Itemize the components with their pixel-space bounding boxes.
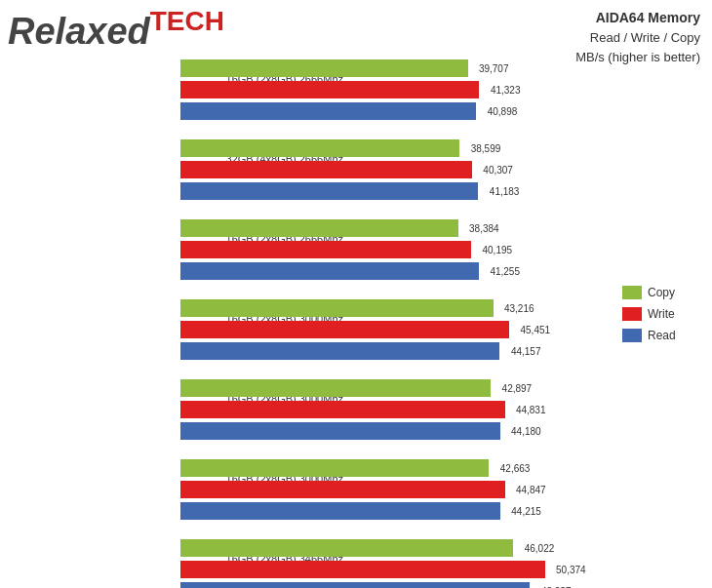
- bar-green: 38,599: [180, 139, 459, 157]
- bar-group: Ballistix Elite16GB (2x8GB) 3000Mhz43,21…: [180, 298, 614, 372]
- bar-value-label: 45,451: [520, 325, 550, 335]
- bar-row: 48,337: [180, 581, 614, 588]
- bar-group: Patriot Viper LED16GB (2x8GB) 3000Mhz42,…: [180, 458, 614, 532]
- bar-value-label: 44,180: [511, 426, 541, 437]
- bar-row: 42,897: [180, 378, 614, 398]
- bar-row: 44,831: [180, 400, 614, 419]
- bar-row: 42,663: [180, 458, 614, 478]
- bar-blue: 44,180: [180, 422, 500, 440]
- legend: Copy Write Read: [614, 59, 702, 549]
- bar-group: Ballistix Elite16GB (2x8GB) 3466Mhz46,02…: [180, 538, 614, 588]
- bar-green: 38,384: [180, 219, 458, 237]
- bar-row: 39,707: [180, 59, 614, 78]
- bar-value-label: 43,216: [504, 303, 534, 314]
- chart-main: Kingston HyperX Savage16GB (2x8GB) 2666M…: [10, 59, 614, 549]
- legend-box-copy: [622, 286, 642, 299]
- bar-group: Corsair Vengeance LPX16GB (2x8GB) 3000Mh…: [180, 378, 614, 452]
- bar-value-label: 44,215: [511, 506, 541, 517]
- legend-box-write: [622, 307, 642, 321]
- bar-value-label: 40,307: [483, 165, 513, 176]
- bar-green: 46,022: [180, 539, 513, 557]
- bar-row: 40,307: [180, 160, 614, 179]
- bar-value-label: 38,599: [471, 143, 501, 154]
- legend-item-write: Write: [622, 307, 702, 321]
- bar-value-label: 50,374: [556, 565, 586, 575]
- bar-red: 40,195: [180, 241, 471, 258]
- bar-blue: 44,157: [180, 342, 499, 360]
- page-container: RelaxedTECH AIDA64 Memory Read / Write /…: [0, 0, 712, 588]
- bar-row: 50,374: [180, 560, 614, 579]
- bar-row: 46,022: [180, 538, 614, 558]
- bar-green: 42,897: [180, 379, 491, 397]
- logo: RelaxedTECH: [8, 8, 224, 50]
- bar-green: 43,216: [180, 299, 494, 317]
- bar-value-label: 41,255: [490, 266, 520, 277]
- bar-value-label: 39,707: [479, 63, 509, 74]
- bar-value-label: 41,323: [491, 85, 521, 96]
- bar-red: 40,307: [180, 161, 472, 178]
- bar-value-label: 44,831: [516, 405, 546, 415]
- bar-row: 44,847: [180, 480, 614, 499]
- bar-blue: 48,337: [180, 582, 530, 588]
- bar-row: 38,599: [180, 138, 614, 158]
- bar-blue: 40,898: [180, 102, 476, 120]
- bar-red: 45,451: [180, 321, 509, 338]
- chart-title: AIDA64 Memory Read / Write / Copy MB/s (…: [575, 8, 700, 66]
- logo-tech: TECH: [150, 6, 224, 36]
- bar-value-label: 44,847: [516, 485, 546, 495]
- bar-value-label: 42,897: [502, 383, 533, 394]
- legend-label-write: Write: [648, 307, 675, 321]
- bar-row: 41,183: [180, 181, 614, 201]
- bar-row: 44,157: [180, 341, 614, 361]
- bars-section: Kingston HyperX Savage16GB (2x8GB) 2666M…: [10, 59, 614, 588]
- bar-group: Kingston HyperX Savage16GB (2x8GB) 2666M…: [180, 59, 614, 133]
- bar-row: 44,180: [180, 421, 614, 441]
- bar-group: Ballistix Tactical16GB (2x8GB) 2666Mhz38…: [180, 218, 614, 293]
- header: RelaxedTECH AIDA64 Memory Read / Write /…: [0, 0, 712, 59]
- bar-red: 44,847: [180, 481, 505, 498]
- bar-row: 38,384: [180, 218, 614, 238]
- bar-red: 50,374: [180, 561, 545, 578]
- bar-value-label: 38,384: [469, 223, 499, 234]
- legend-label-copy: Copy: [648, 286, 675, 299]
- chart-title-main: AIDA64 Memory: [575, 8, 700, 28]
- bar-blue: 44,215: [180, 502, 500, 520]
- bar-row: 41,255: [180, 261, 614, 281]
- bar-green: 39,707: [180, 59, 468, 77]
- chart-area: Kingston HyperX Savage16GB (2x8GB) 2666M…: [0, 59, 712, 549]
- bar-blue: 41,255: [180, 262, 479, 280]
- bar-row: 43,216: [180, 298, 614, 318]
- bar-red: 44,831: [180, 401, 505, 418]
- bar-red: 41,323: [180, 81, 479, 98]
- bar-value-label: 40,898: [488, 106, 518, 117]
- chart-title-sub1: Read / Write / Copy: [575, 28, 700, 48]
- bar-value-label: 46,022: [525, 543, 555, 554]
- legend-item-copy: Copy: [622, 286, 702, 299]
- bar-row: 44,215: [180, 501, 614, 521]
- bar-value-label: 40,195: [483, 245, 513, 255]
- bar-value-label: 44,157: [511, 346, 541, 357]
- bar-value-label: 42,663: [500, 463, 531, 474]
- bar-green: 42,663: [180, 459, 489, 477]
- bar-value-label: 41,183: [490, 186, 520, 197]
- legend-box-read: [622, 329, 642, 342]
- bar-row: 40,898: [180, 101, 614, 121]
- legend-label-read: Read: [648, 329, 676, 342]
- bar-row: 45,451: [180, 320, 614, 339]
- bar-row: 40,195: [180, 240, 614, 259]
- bar-group: Ballistix Tactical Tracer32GB (4x8GB) 26…: [180, 138, 614, 213]
- bar-blue: 41,183: [180, 182, 478, 200]
- legend-item-read: Read: [622, 329, 702, 342]
- bar-row: 41,323: [180, 80, 614, 99]
